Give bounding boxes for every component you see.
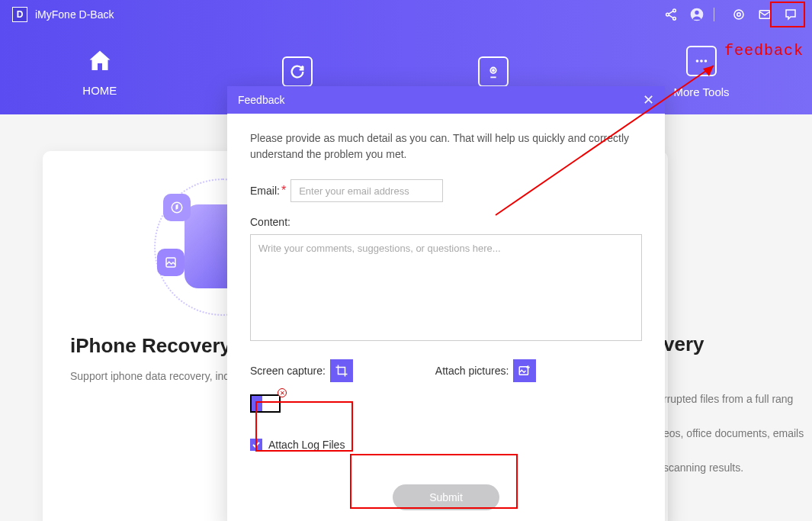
svg-point-11 [700, 59, 703, 63]
svg-point-0 [673, 9, 676, 12]
svg-point-1 [666, 13, 669, 16]
photo-icon [157, 249, 185, 276]
feedback-intro: Please provide as much detail as you can… [250, 130, 642, 162]
feedback-icon[interactable] [782, 5, 800, 24]
feedback-modal-body: Please provide as much detail as you can… [227, 114, 665, 521]
monitor-icon [478, 56, 509, 87]
svg-point-6 [737, 13, 741, 17]
svg-rect-14 [166, 258, 175, 267]
right-line-2: eos, office documents, emails [663, 416, 812, 451]
attach-log-row: Attach Log Files [250, 439, 642, 451]
svg-point-10 [696, 59, 699, 63]
attach-pictures-label: Attach pictures: [435, 365, 509, 377]
titlebar: D iMyFone D-Back [0, 0, 812, 29]
nav-more-tools-label: More Tools [674, 85, 730, 98]
attach-log-label: Attach Log Files [268, 439, 345, 451]
svg-point-4 [695, 11, 698, 14]
svg-point-2 [673, 17, 676, 20]
refresh-icon [282, 56, 313, 87]
submit-button[interactable]: Submit [393, 484, 499, 510]
right-line-1: rrupted files from a full rang [663, 382, 812, 416]
app-title: iMyFone D-Back [35, 8, 114, 21]
nav-home[interactable]: HOME [82, 47, 117, 97]
feedback-modal: Feedback ✕ Please provide as much detail… [227, 86, 665, 521]
nav-more-tools[interactable]: More Tools [674, 46, 730, 98]
user-icon[interactable] [688, 5, 706, 24]
check-icon [252, 440, 261, 449]
email-input[interactable] [290, 179, 443, 202]
target-icon[interactable] [730, 5, 748, 24]
nav-monitor[interactable] [478, 56, 509, 87]
svg-point-12 [704, 59, 708, 63]
email-label: Email: [250, 185, 280, 197]
right-overflow-text: very rrupted files from a full rang eos,… [663, 313, 812, 485]
attach-row: Screen capture: Attach pictures: [250, 359, 642, 382]
attach-pictures-button[interactable] [513, 359, 536, 382]
delete-attachment-icon[interactable]: ✕ [278, 388, 287, 397]
submit-row: Submit [250, 484, 642, 510]
svg-point-5 [734, 10, 743, 19]
crop-icon [335, 364, 348, 378]
media-icon [163, 194, 191, 221]
attachment-thumbnail[interactable] [250, 394, 281, 413]
content-label: Content: [250, 216, 642, 228]
content-textarea[interactable] [250, 234, 642, 341]
svg-point-9 [493, 69, 494, 71]
required-mark: * [281, 184, 286, 198]
email-row: Email: * [250, 179, 642, 202]
mail-icon[interactable] [756, 5, 774, 24]
screen-capture-label: Screen capture: [250, 365, 326, 377]
screen-capture-button[interactable] [330, 359, 353, 382]
thumbnail-area: ✕ [250, 394, 281, 413]
attach-log-checkbox[interactable] [250, 439, 262, 451]
nav-refresh[interactable] [282, 56, 313, 87]
close-icon[interactable]: ✕ [643, 92, 654, 108]
home-icon [86, 47, 114, 75]
image-plus-icon [518, 364, 531, 378]
share-icon[interactable] [662, 5, 680, 24]
app-logo: D [12, 7, 27, 22]
more-icon [686, 46, 717, 76]
titlebar-separator [714, 8, 714, 21]
feedback-modal-title: Feedback [238, 94, 284, 106]
feedback-modal-header: Feedback ✕ [227, 86, 665, 114]
nav-home-label: HOME [82, 84, 117, 97]
right-line-3: scanning results. [663, 451, 812, 485]
right-heading: very [663, 313, 812, 376]
